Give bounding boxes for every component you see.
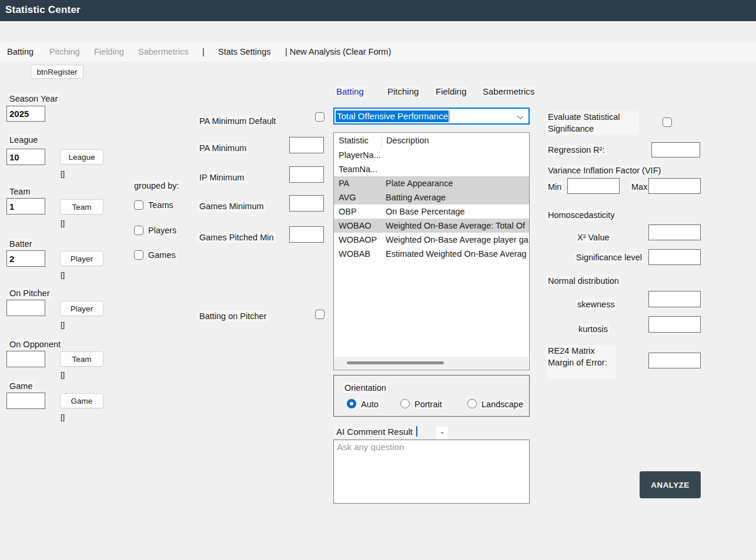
desc-cell: On Base Percentage (381, 207, 529, 216)
stat-cell: TeamNa... (334, 165, 381, 174)
menu-stats-settings[interactable]: Stats Settings (218, 47, 270, 56)
pa-minimum-input[interactable] (289, 137, 324, 153)
table-header: Statistic Description (334, 133, 529, 148)
orientation-landscape-radio[interactable] (467, 399, 477, 408)
game-picker-button[interactable]: Game (60, 393, 103, 408)
question-input[interactable] (333, 440, 530, 504)
on-pitcher-selection-hint: [] (61, 320, 65, 329)
stat-cell: AVG (334, 193, 381, 202)
skewness-input[interactable] (648, 291, 701, 307)
register-button[interactable]: btnRegister (31, 65, 83, 79)
regression-r2-input[interactable] (651, 142, 700, 157)
on-pitcher-label: On Pitcher (8, 288, 52, 299)
table-row[interactable]: PA Plate Appearance (334, 176, 529, 190)
evaluate-significance-checkbox[interactable] (663, 118, 672, 127)
batter-input[interactable] (6, 250, 45, 267)
game-selection-hint: [] (61, 413, 65, 421)
column-header-statistic[interactable]: Statistic (334, 136, 381, 145)
kurtosis-input[interactable] (648, 316, 701, 333)
on-opponent-picker-button[interactable]: Team (60, 351, 103, 367)
orientation-portrait-radio[interactable] (400, 399, 410, 408)
x2-value-label: X² Value (576, 232, 611, 243)
stat-cell: PlayerNa... (334, 150, 381, 160)
grouped-by-label: grouped by: (132, 180, 181, 191)
pa-minimum-default-checkbox[interactable] (315, 112, 325, 122)
tab-batting[interactable]: Batting (335, 86, 365, 96)
orientation-portrait-label: Portrait (413, 400, 443, 409)
table-row[interactable]: AVG Batting Average (334, 190, 529, 204)
tab-pitching[interactable]: Pitching (386, 86, 420, 96)
batter-selection-hint: [] (61, 270, 65, 279)
orientation-auto-radio[interactable] (347, 399, 356, 408)
group-games-label: Games (147, 250, 177, 260)
vif-max-input[interactable] (648, 178, 701, 194)
stat-cell: WOBAOP (334, 235, 381, 244)
games-pitched-min-input[interactable] (289, 226, 324, 243)
table-row[interactable]: WOBAOP Weighted On-Base Average player g… (334, 233, 529, 247)
re24-margin-input[interactable] (648, 353, 701, 368)
group-teams-label: Teams (147, 200, 175, 210)
menu-bar: Batting Pitching Fielding Sabermetrics |… (0, 42, 756, 62)
menu-pitching[interactable]: Pitching (49, 47, 80, 56)
games-minimum-label: Games Minimum (198, 201, 266, 212)
statistics-table: Statistic Description PlayerNa... TeamNa… (333, 132, 530, 370)
table-row[interactable]: PlayerNa... (334, 148, 529, 162)
on-pitcher-picker-button[interactable]: Player (60, 301, 103, 316)
ai-comment-result-label: AI Comment Result (334, 427, 414, 438)
ai-comment-dash: - (436, 427, 448, 438)
league-picker-button[interactable]: League (60, 149, 103, 165)
group-players-checkbox[interactable] (134, 226, 143, 235)
vif-min-input[interactable] (567, 178, 620, 194)
batter-label: Batter (8, 239, 34, 249)
analyze-button[interactable]: ANALYZE (640, 471, 701, 498)
stat-cell: PA (334, 179, 381, 188)
on-opponent-input[interactable] (6, 351, 45, 367)
menu-new-analysis[interactable]: | New Analysis (Clear Form) (285, 47, 391, 56)
evaluate-significance-label: Evaluate Statistical Significance (546, 111, 639, 135)
title-bar: Statistic Center (0, 0, 756, 21)
table-body: PlayerNa... TeamNa... PA Plate Appearanc… (334, 148, 529, 261)
on-pitcher-input[interactable] (6, 300, 45, 316)
menu-batting[interactable]: Batting (7, 47, 34, 56)
table-row[interactable]: WOBAO Weighted On-Base Average: Total Of (334, 219, 529, 233)
league-input[interactable] (6, 149, 45, 165)
stat-cell: OBP (334, 207, 381, 216)
menu-sabermetrics[interactable]: Sabermetrics (138, 47, 188, 56)
on-opponent-label: On Opponent (8, 339, 62, 350)
x2-value-input[interactable] (648, 224, 701, 240)
tab-fielding[interactable]: Fielding (434, 86, 468, 96)
chevron-down-icon[interactable] (517, 113, 523, 119)
games-minimum-input[interactable] (289, 195, 324, 212)
games-pitched-min-label: Games Pitched Min (198, 232, 276, 243)
on-opponent-selection-hint: [] (61, 370, 65, 379)
batter-picker-button[interactable]: Player (60, 251, 103, 266)
group-players-label: Players (147, 226, 178, 235)
team-selection-hint: [] (61, 219, 65, 227)
menu-fielding[interactable]: Fielding (94, 47, 124, 56)
significance-level-input[interactable] (648, 249, 701, 265)
group-games-checkbox[interactable] (134, 250, 143, 260)
app-window: Statistic Center Batting Pitching Fieldi… (0, 0, 756, 560)
tab-sabermetrics[interactable]: Sabermetrics (481, 86, 536, 96)
table-row[interactable]: WOBAB Estimated Weighted On-Base Averag (334, 247, 529, 261)
ip-minimum-input[interactable] (289, 166, 324, 183)
column-header-description[interactable]: Description (381, 134, 429, 147)
table-row[interactable]: TeamNa... (334, 162, 529, 176)
season-year-label: Season Year (8, 93, 59, 104)
desc-cell: Batting Average (381, 193, 529, 202)
orientation-auto-label: Auto (360, 400, 380, 409)
skewness-label: skewness (576, 299, 617, 310)
ai-comment-result-checkbox[interactable] (416, 426, 417, 437)
team-input[interactable] (6, 198, 45, 214)
scrollbar-thumb[interactable] (347, 361, 444, 364)
horizontal-scrollbar[interactable] (334, 357, 528, 369)
game-input[interactable] (6, 393, 45, 409)
ip-minimum-label: IP Minimum (198, 172, 246, 183)
vif-min-label: Min (546, 182, 563, 192)
category-dropdown[interactable]: Total Offensive Performance (333, 108, 530, 125)
team-picker-button[interactable]: Team (60, 199, 103, 214)
table-row[interactable]: OBP On Base Percentage (334, 204, 529, 219)
batting-on-pitcher-checkbox[interactable] (315, 310, 325, 319)
season-year-input[interactable] (6, 106, 45, 122)
group-teams-checkbox[interactable] (134, 200, 143, 210)
